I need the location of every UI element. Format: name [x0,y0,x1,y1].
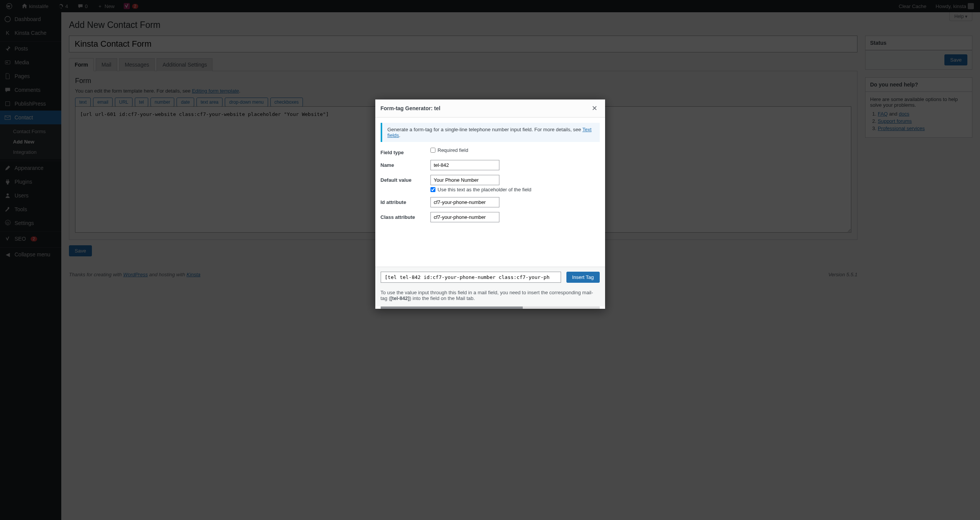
name-label: Name [381,160,430,168]
id-input[interactable] [430,197,499,207]
required-checkbox[interactable] [430,148,435,153]
modal-h-scrollbar[interactable] [381,306,600,309]
modal-close-button[interactable]: ✕ [589,103,600,113]
placeholder-label: Use this text as the placeholder of the … [438,187,532,192]
default-label: Default value [381,175,430,183]
name-input[interactable] [430,160,499,170]
class-input[interactable] [430,212,499,222]
required-label: Required field [438,147,468,153]
id-label: Id attribute [381,197,430,205]
modal-title: Form-tag Generator: tel [381,105,440,111]
code-preview-input[interactable] [381,272,561,283]
modal-info-box: Generate a form-tag for a single-line te… [381,123,600,142]
placeholder-checkbox[interactable] [430,187,435,192]
modal-mail-note: To use the value input through this fiel… [375,287,605,306]
field-type-label: Field type [381,147,430,155]
default-input[interactable] [430,175,499,185]
form-tag-modal: Form-tag Generator: tel ✕ Generate a for… [375,99,605,309]
class-label: Class attribute [381,212,430,220]
insert-tag-button[interactable]: Insert Tag [566,272,600,283]
